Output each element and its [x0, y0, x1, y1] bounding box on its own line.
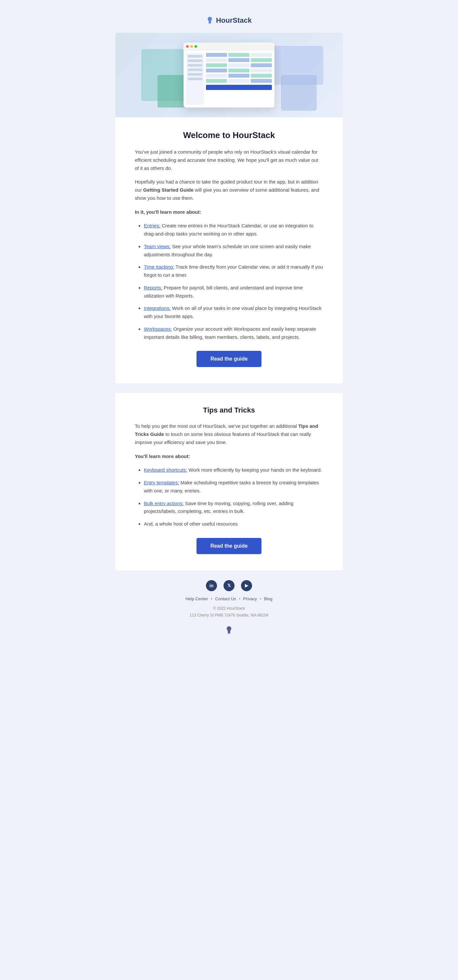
- welcome-intro2: Hopefully you had a chance to take the g…: [135, 178, 323, 202]
- section1-list: Entries: Create new entries in the HourS…: [135, 222, 323, 341]
- mock-main-area: [206, 53, 272, 91]
- tips-intro1: To help you get the most out of HourStac…: [135, 422, 323, 446]
- keyboard-shortcuts-link[interactable]: Keyboard shortcuts:: [144, 467, 187, 473]
- section-divider: [115, 383, 343, 393]
- intro2-bold: Getting Started Guide: [143, 187, 194, 192]
- list-item: Entry templates: Make scheduling repetit…: [144, 479, 323, 495]
- linkedin-icon[interactable]: in: [206, 580, 217, 591]
- youtube-icon[interactable]: ▶: [241, 580, 252, 591]
- logo-text: HourStack: [216, 16, 252, 25]
- mock-browser-content: [183, 50, 275, 108]
- tips-intro-plain: To help you get the most out of HourStac…: [135, 423, 298, 429]
- list-item: Time tracking: Track time directly from …: [144, 263, 323, 279]
- list-item: Workspaces: Organize your account with W…: [144, 325, 323, 341]
- list2-heading: You'll learn more about:: [135, 452, 323, 461]
- bulk-entry-actions-link[interactable]: Bulk entry actions:: [144, 501, 184, 506]
- read-guide-button-1[interactable]: Read the guide: [197, 351, 261, 367]
- read-guide-button-2[interactable]: Read the guide: [197, 538, 261, 554]
- entry-templates-link[interactable]: Entry templates:: [144, 480, 179, 485]
- list-item: Team views: See your whole team's schedu…: [144, 243, 323, 259]
- link-separator: •: [211, 597, 213, 601]
- svg-rect-1: [228, 633, 230, 634]
- footer-logo: [115, 625, 343, 635]
- list-item: Reports: Prepare for payroll, bill clien…: [144, 284, 323, 300]
- social-links: in 𝕏 ▶: [115, 580, 343, 591]
- list-item: Entries: Create new entries in the HourS…: [144, 222, 323, 238]
- workspaces-link[interactable]: Workspaces:: [144, 326, 172, 332]
- welcome-section-card: Welcome to HourStack You've just joined …: [115, 117, 343, 383]
- mock-sidebar: [186, 53, 204, 105]
- footer-logo-icon: [226, 625, 232, 635]
- list-item: Bulk entry actions: Save time by moving,…: [144, 500, 323, 516]
- twitter-icon[interactable]: 𝕏: [223, 580, 235, 591]
- entries-link[interactable]: Entries:: [144, 223, 161, 228]
- time-tracking-link[interactable]: Time tracking:: [144, 264, 175, 270]
- hero-image: [115, 33, 343, 117]
- link-separator: •: [239, 597, 241, 601]
- mock-browser: [183, 43, 275, 108]
- email-header: HourStack: [115, 10, 343, 33]
- tips-title: Tips and Tricks: [135, 406, 323, 414]
- team-views-link[interactable]: Team views:: [144, 243, 171, 249]
- footer-links: Help Center • Contact Us • Privacy • Blo…: [115, 597, 343, 601]
- list-item: And, a whole host of other useful resour…: [144, 520, 323, 528]
- section2-list: Keyboard shortcuts: Work more efficientl…: [135, 466, 323, 528]
- svg-rect-0: [208, 23, 211, 24]
- blog-link[interactable]: Blog: [264, 597, 272, 601]
- privacy-link[interactable]: Privacy: [243, 597, 257, 601]
- copyright-line2: 113 Cherry St PMB 72476 Seattle, WA 9810…: [115, 612, 343, 619]
- contact-us-link[interactable]: Contact Us: [215, 597, 236, 601]
- footer: in 𝕏 ▶ Help Center • Contact Us • Privac…: [115, 570, 343, 641]
- list-item: Keyboard shortcuts: Work more efficientl…: [144, 466, 323, 474]
- welcome-intro1: You've just joined a community of people…: [135, 148, 323, 172]
- reports-link[interactable]: Reports:: [144, 285, 162, 290]
- link-separator: •: [260, 597, 262, 601]
- tips-section-card: Tips and Tricks To help you get the most…: [115, 393, 343, 570]
- deco-rect-4: [281, 75, 317, 111]
- list-item: Integrations: Work on all of your tasks …: [144, 304, 323, 321]
- copyright-line1: © 2022 HourStack: [115, 605, 343, 612]
- welcome-title: Welcome to HourStack: [135, 130, 323, 140]
- help-center-link[interactable]: Help Center: [186, 597, 208, 601]
- list1-heading: In it, you'll learn more about:: [135, 208, 323, 216]
- mock-browser-bar: [183, 43, 275, 50]
- footer-copyright: © 2022 HourStack 113 Cherry St PMB 72476…: [115, 605, 343, 619]
- hourstack-logo-icon: [206, 16, 213, 25]
- integrations-link[interactable]: Integrations:: [144, 305, 171, 311]
